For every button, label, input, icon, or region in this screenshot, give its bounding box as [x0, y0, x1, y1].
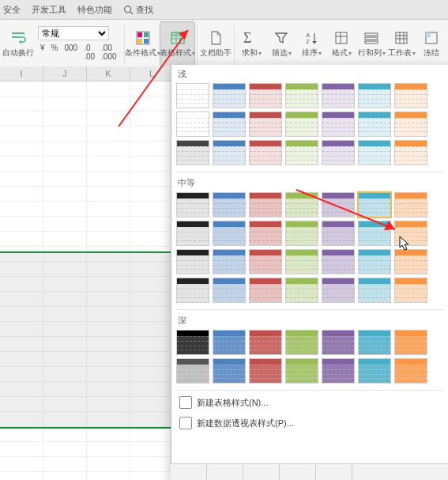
- table-style-swatch[interactable]: [358, 358, 391, 384]
- menu-item-special[interactable]: 特色功能: [77, 4, 112, 16]
- table-style-swatch[interactable]: [394, 278, 427, 303]
- table-style-swatch[interactable]: [213, 192, 246, 217]
- table-style-swatch[interactable]: [322, 140, 355, 165]
- svg-point-0: [125, 6, 131, 12]
- sheet-tab[interactable]: [171, 464, 207, 480]
- table-style-swatch[interactable]: [394, 111, 427, 137]
- table-style-swatch[interactable]: [285, 249, 318, 274]
- table-style-swatch[interactable]: [322, 192, 355, 217]
- table-style-swatch[interactable]: [358, 83, 391, 108]
- table-style-swatch[interactable]: [176, 358, 209, 384]
- table-style-button[interactable]: 表格样式▾: [160, 21, 195, 67]
- table-style-swatch[interactable]: [285, 278, 318, 303]
- new-table-style[interactable]: 新建表格样式(N)...: [171, 392, 448, 413]
- column-header[interactable]: L: [130, 66, 174, 81]
- table-style-swatch[interactable]: [322, 249, 355, 274]
- conditional-format-button[interactable]: 条件格式▾: [126, 21, 160, 67]
- table-style-swatch[interactable]: [285, 83, 318, 108]
- table-style-swatch[interactable]: [249, 192, 282, 217]
- rowcol-button[interactable]: 行和列▾: [356, 21, 386, 67]
- format-button[interactable]: 格式▾: [326, 21, 356, 67]
- thousands-button[interactable]: 000: [62, 42, 80, 62]
- sum-button[interactable]: Σ 求和▾: [236, 21, 266, 67]
- table-style-swatch[interactable]: [394, 192, 427, 217]
- table-style-swatch[interactable]: [213, 358, 246, 384]
- table-style-swatch[interactable]: [249, 221, 282, 246]
- table-style-swatch[interactable]: [358, 330, 391, 355]
- table-style-swatch[interactable]: [213, 221, 246, 246]
- table-style-swatch[interactable]: [358, 192, 391, 217]
- table-style-swatch[interactable]: [176, 111, 209, 137]
- worksheet-button[interactable]: 工作表▾: [386, 21, 416, 67]
- table-style-swatch[interactable]: [249, 249, 282, 274]
- table-style-swatch[interactable]: [322, 111, 355, 137]
- table-style-swatch[interactable]: [249, 330, 282, 355]
- table-style-swatch[interactable]: [213, 111, 246, 137]
- sheet-tab[interactable]: [316, 464, 352, 480]
- table-style-swatch[interactable]: [213, 140, 246, 165]
- table-style-swatch[interactable]: [322, 358, 355, 384]
- svg-rect-2: [12, 32, 24, 34]
- currency-button[interactable]: ¥: [38, 42, 47, 62]
- menu-item-security[interactable]: 安全: [3, 4, 21, 16]
- table-style-swatch[interactable]: [358, 278, 391, 303]
- column-header[interactable]: I: [0, 66, 43, 81]
- table-style-swatch[interactable]: [176, 192, 209, 217]
- table-style-swatch[interactable]: [176, 278, 209, 303]
- wrap-text-button[interactable]: 自动换行: [2, 21, 35, 67]
- column-header[interactable]: K: [87, 66, 130, 81]
- percent-button[interactable]: %: [49, 42, 61, 62]
- table-style-swatch[interactable]: [322, 278, 355, 303]
- table-style-swatch[interactable]: [176, 330, 209, 355]
- sheet-tabstrip[interactable]: [171, 463, 448, 480]
- table-style-swatch[interactable]: [249, 83, 282, 108]
- doc-helper-button[interactable]: 文档助手: [199, 21, 232, 67]
- table-style-swatch[interactable]: [285, 358, 318, 384]
- table-style-swatch[interactable]: [176, 249, 209, 274]
- menu-item-devtools[interactable]: 开发工具: [32, 4, 66, 16]
- table-style-swatch[interactable]: [358, 111, 391, 137]
- table-style-swatch[interactable]: [249, 111, 282, 137]
- freeze-button[interactable]: 冻结: [416, 21, 446, 67]
- table-icon: [179, 396, 192, 409]
- new-pivot-style[interactable]: 新建数据透视表样式(P)...: [171, 413, 448, 433]
- table-style-swatch[interactable]: [249, 278, 282, 303]
- table-style-swatch[interactable]: [394, 140, 427, 165]
- table-style-swatch[interactable]: [394, 358, 427, 384]
- table-style-swatch[interactable]: [176, 221, 209, 246]
- table-style-swatch[interactable]: [358, 221, 391, 246]
- sheet-tab[interactable]: [207, 464, 243, 480]
- number-format-select[interactable]: 常规: [38, 26, 109, 40]
- table-style-swatch[interactable]: [394, 249, 427, 274]
- table-style-swatch[interactable]: [285, 221, 318, 246]
- new-pivot-style-label: 新建数据透视表样式(P)...: [197, 418, 294, 429]
- dec-inc-button[interactable]: .0 .00: [81, 42, 97, 62]
- table-style-swatch[interactable]: [213, 83, 246, 108]
- table-style-swatch[interactable]: [213, 330, 246, 355]
- table-style-swatch[interactable]: [285, 111, 318, 137]
- table-style-swatch[interactable]: [322, 221, 355, 246]
- dec-dec-button[interactable]: .00 .000: [99, 42, 119, 62]
- table-style-swatch[interactable]: [358, 249, 391, 274]
- table-style-swatch[interactable]: [176, 140, 209, 165]
- table-style-swatch[interactable]: [358, 140, 391, 165]
- sort-button[interactable]: AZ 排序▾: [296, 21, 326, 67]
- table-style-swatch[interactable]: [249, 358, 282, 384]
- filter-button[interactable]: 筛选▾: [266, 21, 296, 67]
- table-style-swatch[interactable]: [394, 221, 427, 246]
- table-style-swatch[interactable]: [394, 83, 427, 108]
- table-style-swatch[interactable]: [322, 330, 355, 355]
- table-style-swatch[interactable]: [322, 83, 355, 108]
- table-style-swatch[interactable]: [285, 192, 318, 217]
- sheet-tab[interactable]: [243, 464, 280, 480]
- table-style-swatch[interactable]: [213, 278, 246, 303]
- table-style-swatch[interactable]: [285, 140, 318, 165]
- menu-search[interactable]: 查找: [123, 4, 153, 16]
- table-style-swatch[interactable]: [213, 249, 246, 274]
- sheet-tab[interactable]: [280, 464, 316, 480]
- table-style-swatch[interactable]: [285, 330, 318, 355]
- table-style-swatch[interactable]: [394, 330, 427, 355]
- column-header[interactable]: J: [43, 66, 87, 81]
- table-style-swatch[interactable]: [249, 140, 282, 165]
- table-style-swatch[interactable]: [176, 83, 209, 108]
